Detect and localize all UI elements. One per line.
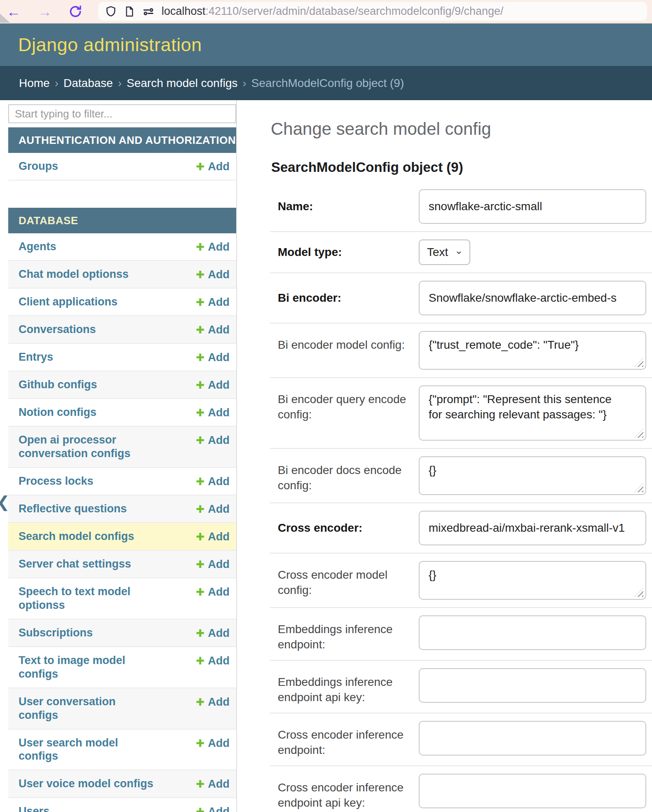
add-conversations-button[interactable]: ✚Add	[196, 324, 230, 336]
textarea-value: {}	[429, 463, 436, 478]
sidebar-item-reflective-questions[interactable]: Reflective questions✚Add	[8, 495, 236, 523]
sidebar-item-link[interactable]: Groups	[19, 160, 58, 173]
browser-forward-button[interactable]: →	[38, 5, 52, 19]
sidebar-item-link[interactable]: Client applications	[19, 295, 117, 309]
module-caption: DATABASE	[8, 208, 236, 233]
bi-encoder-query-encode-config-textarea[interactable]: {"prompt": "Represent this sentence for …	[419, 385, 646, 441]
sidebar-item-entrys[interactable]: Entrys✚Add	[8, 344, 236, 371]
sidebar-item-link[interactable]: Subscriptions	[19, 626, 93, 640]
url-text: localhost:42110/server/admin/database/se…	[162, 5, 504, 18]
sidebar-item-link[interactable]: Github configs	[19, 378, 97, 392]
sidebar-item-link[interactable]: Process locks	[19, 474, 94, 488]
bi-encoder-model-config-textarea[interactable]: {"trust_remote_code": "True"}	[419, 331, 646, 370]
browser-reload-button[interactable]	[68, 5, 82, 19]
sidebar-item-conversations[interactable]: Conversations✚Add	[8, 316, 236, 344]
plus-icon: ✚	[196, 503, 205, 515]
permissions-icon[interactable]	[142, 5, 155, 18]
field-row-embeddings-inference-endpoint-api-key: Embeddings inference endpoint api key:	[270, 661, 652, 713]
sidebar-item-link[interactable]: User conversation configs	[19, 695, 155, 722]
sidebar-item-subscriptions[interactable]: Subscriptions✚Add	[8, 620, 236, 647]
resize-grip-icon[interactable]	[634, 358, 643, 367]
add-users-button[interactable]: ✚Add	[196, 805, 230, 812]
url-bar[interactable]: localhost:42110/server/admin/database/se…	[98, 2, 647, 21]
shield-icon[interactable]	[105, 5, 117, 18]
add-user-voice-model-configs-button[interactable]: ✚Add	[196, 778, 230, 791]
cross-encoder-model-config-textarea[interactable]: {}	[419, 561, 646, 600]
sidebar-item-link[interactable]: Notion configs	[19, 406, 96, 419]
sidebar-item-open-ai-processor-conversation-configs[interactable]: Open ai processor conversation configs✚A…	[8, 427, 236, 468]
sidebar-item-link[interactable]: Agents	[19, 240, 56, 253]
field-cross-encoder: mixedbread-ai/mxbai-rerank-xsmall-v1	[419, 511, 646, 545]
embeddings-inference-endpoint-input[interactable]	[419, 615, 646, 650]
resize-grip-icon[interactable]	[634, 588, 643, 597]
sidebar-item-link[interactable]: Reflective questions	[19, 502, 127, 516]
sidebar-item-client-applications[interactable]: Client applications✚Add	[8, 289, 236, 316]
add-speech-to-text-model-optionss-button[interactable]: ✚Add	[196, 586, 230, 598]
add-client-applications-button[interactable]: ✚Add	[196, 296, 230, 309]
add-github-configs-button[interactable]: ✚Add	[196, 379, 230, 392]
name-input[interactable]: snowflake-arctic-small	[419, 189, 646, 224]
sidebar-item-link[interactable]: Users	[19, 805, 49, 812]
sidebar-item-link[interactable]: Search model configs	[19, 530, 134, 543]
add-user-search-model-configs-button[interactable]: ✚Add	[196, 737, 230, 750]
sidebar-item-link[interactable]: User search model configs	[19, 736, 155, 763]
sidebar-item-github-configs[interactable]: Github configs✚Add	[8, 371, 236, 399]
breadcrumb-link-search-model-configs[interactable]: Search model configs	[127, 77, 237, 90]
breadcrumb-link-home[interactable]: Home	[19, 77, 50, 90]
sidebar-item-user-conversation-configs[interactable]: User conversation configs✚Add	[8, 688, 236, 730]
browser-back-button[interactable]: ←	[7, 5, 21, 19]
resize-grip-icon[interactable]	[634, 483, 643, 492]
sidebar-item-notion-configs[interactable]: Notion configs✚Add	[8, 399, 236, 427]
plus-icon: ✚	[196, 559, 205, 570]
sidebar-item-chat-model-optionss[interactable]: Chat model optionss✚Add	[8, 261, 236, 289]
sidebar-item-speech-to-text-model-optionss[interactable]: Speech to text model optionss✚Add	[8, 578, 236, 620]
add-user-conversation-configs-button[interactable]: ✚Add	[196, 696, 230, 709]
cross-encoder-inference-endpoint-input[interactable]	[419, 721, 646, 756]
sidebar-item-link[interactable]: Conversations	[19, 323, 96, 336]
add-open-ai-processor-conversation-configs-button[interactable]: ✚Add	[196, 434, 230, 447]
add-process-locks-button[interactable]: ✚Add	[196, 475, 230, 488]
sidebar-item-link[interactable]: Entrys	[19, 350, 53, 364]
bi-encoder-input[interactable]: Snowflake/snowflake-arctic-embed-s	[419, 281, 646, 315]
sidebar-item-link[interactable]: Chat model optionss	[19, 268, 129, 281]
add-chat-model-optionss-button[interactable]: ✚Add	[196, 268, 230, 281]
add-notion-configs-button[interactable]: ✚Add	[196, 406, 230, 419]
embeddings-inference-endpoint-api-key-input[interactable]	[419, 668, 646, 703]
sidebar-toggle-icon[interactable]: ❮	[0, 493, 10, 511]
add-groups-button[interactable]: ✚Add	[196, 160, 230, 173]
cross-encoder-input[interactable]: mixedbread-ai/mxbai-rerank-xsmall-v1	[419, 511, 646, 545]
add-subscriptions-button[interactable]: ✚Add	[196, 627, 230, 640]
add-entrys-button[interactable]: ✚Add	[196, 351, 230, 364]
add-search-model-configs-button[interactable]: ✚Add	[196, 530, 230, 543]
add-agents-button[interactable]: ✚Add	[196, 241, 230, 253]
document-icon[interactable]	[124, 6, 135, 17]
sidebar-item-text-to-image-model-configs[interactable]: Text to image model configs✚Add	[8, 647, 236, 688]
sidebar-item-link[interactable]: Speech to text model optionss	[19, 585, 155, 612]
sidebar-item-search-model-configs[interactable]: Search model configs✚Add	[8, 523, 236, 551]
field-name: snowflake-arctic-small	[419, 189, 646, 224]
sidebar-filter-input[interactable]	[8, 104, 236, 123]
bi-encoder-docs-encode-config-textarea[interactable]: {}	[419, 456, 646, 495]
sidebar-item-user-search-model-configs[interactable]: User search model configs✚Add	[8, 730, 236, 771]
add-server-chat-settingss-button[interactable]: ✚Add	[196, 558, 230, 571]
sidebar-item-link[interactable]: Server chat settingss	[19, 557, 131, 571]
breadcrumb-link-database[interactable]: Database	[63, 77, 113, 90]
model-type-select[interactable]: Text⌄	[419, 239, 470, 265]
cross-encoder-inference-endpoint-api-key-input[interactable]	[419, 774, 646, 808]
sidebar-item-process-locks[interactable]: Process locks✚Add	[8, 468, 236, 495]
sidebar-item-user-voice-model-configs[interactable]: User voice model configs✚Add	[8, 770, 236, 798]
sidebar-item-agents[interactable]: Agents✚Add	[8, 233, 236, 261]
resize-grip-icon[interactable]	[634, 429, 643, 438]
sidebar-item-link[interactable]: Text to image model configs	[19, 654, 155, 681]
sidebar-item-users[interactable]: Users✚Add	[8, 798, 236, 812]
add-label: Add	[208, 324, 230, 336]
field-row-bi-encoder-docs-encode-config: Bi encoder docs encode config:{}	[270, 449, 652, 503]
sidebar-item-link[interactable]: Open ai processor conversation configs	[19, 433, 155, 460]
sidebar-item-link[interactable]: User voice model configs	[19, 777, 153, 791]
add-reflective-questions-button[interactable]: ✚Add	[196, 503, 230, 516]
add-text-to-image-model-configs-button[interactable]: ✚Add	[196, 655, 230, 667]
sidebar-item-groups[interactable]: Groups✚Add	[8, 153, 236, 181]
site-title[interactable]: Django administration	[18, 34, 202, 56]
sidebar-item-server-chat-settingss[interactable]: Server chat settingss✚Add	[8, 551, 236, 578]
textarea-value: {"trust_remote_code": "True"}	[429, 338, 579, 353]
